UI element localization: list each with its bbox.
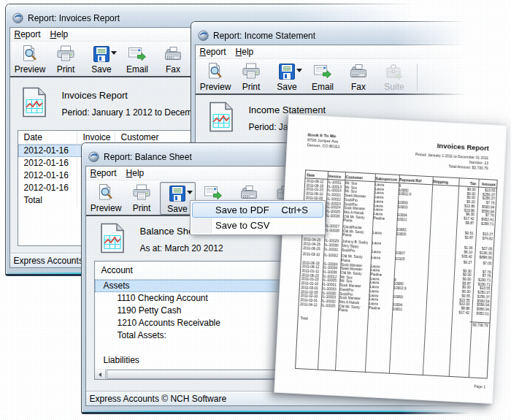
dropdown-arrow-icon[interactable] bbox=[187, 191, 193, 194]
toolbar-button-email[interactable]: Email bbox=[120, 43, 155, 76]
paper-column-header: Customer bbox=[345, 172, 374, 181]
menu-report[interactable]: Report bbox=[86, 167, 122, 180]
toolbar-button-email[interactable]: Email bbox=[305, 61, 341, 93]
window-title: Report: Invoices Report bbox=[28, 13, 120, 23]
paper-table-cell: 2011-04-12 bbox=[299, 302, 320, 312]
paper-column-header: Salesperson bbox=[374, 174, 399, 183]
printed-invoices-report: Book It To Me 8706 Juniper Ave Denver, C… bbox=[274, 114, 507, 404]
paper-column-header: Amount bbox=[477, 179, 496, 187]
toolbar-button-label: Save bbox=[277, 83, 296, 91]
column-header-date[interactable]: Date bbox=[18, 131, 77, 144]
paper-page-number: Page 1 bbox=[474, 384, 485, 389]
paper-table-cell bbox=[425, 309, 451, 318]
toolbar-button-preview[interactable]: Preview bbox=[88, 182, 124, 215]
app-icon bbox=[88, 151, 99, 162]
fax-icon bbox=[164, 45, 182, 64]
paper-table-cell: Old Mr. Sooty Pants bbox=[338, 305, 368, 314]
toolbar-button-label: Save bbox=[167, 205, 187, 213]
menu-help[interactable]: Help bbox=[122, 167, 150, 180]
save-icon bbox=[277, 62, 296, 81]
menubar-income: ReportHelp bbox=[196, 45, 476, 59]
toolbar-button-fax[interactable]: Fax bbox=[341, 61, 377, 93]
menu-item-save-to-pdf[interactable]: Save to PDFCtrl+S bbox=[192, 202, 323, 218]
paper-company-block: Book It To Me 8706 Juniper Ave Denver, C… bbox=[307, 132, 341, 149]
app-icon bbox=[12, 12, 23, 23]
menu-report[interactable]: Report bbox=[196, 45, 231, 59]
toolbar-button-label: Preview bbox=[200, 83, 231, 91]
toolbar-separator bbox=[417, 64, 418, 91]
window-title: Report: Income Statement bbox=[213, 31, 315, 41]
toolbar-button-print[interactable]: Print bbox=[48, 43, 84, 76]
toolbar-button-label: Preview bbox=[15, 65, 46, 74]
report-title: Income Statement bbox=[249, 104, 426, 115]
preview-icon bbox=[96, 183, 115, 202]
paper-column-header: Payment Ref bbox=[398, 175, 431, 184]
toolbar-button-save[interactable]: Save bbox=[84, 43, 120, 76]
paper-column-header: Shipping bbox=[431, 177, 458, 186]
paper-title: Invoices Report bbox=[437, 142, 489, 153]
paper-total-value: $3,730.79 bbox=[469, 321, 489, 327]
toolbar-button-print[interactable]: Print bbox=[234, 61, 269, 93]
table-cell: Total bbox=[18, 194, 77, 207]
preview-icon bbox=[20, 45, 39, 64]
paper-table-cell: IL-10025 bbox=[320, 303, 338, 313]
paper-column-header: Date bbox=[306, 170, 328, 179]
suite-icon bbox=[385, 62, 404, 81]
fax-icon bbox=[349, 62, 368, 81]
toolbar-button-preview[interactable]: Preview bbox=[12, 43, 48, 76]
scroll-left-button[interactable] bbox=[95, 370, 106, 379]
menu-help[interactable]: Help bbox=[231, 45, 259, 59]
menu-item-label: Save to PDF bbox=[215, 205, 269, 215]
report-chart-icon bbox=[100, 223, 125, 253]
email-icon bbox=[313, 62, 332, 81]
table-cell: 2012-01-16 bbox=[18, 145, 77, 157]
paper-table-body: 2011-06-12IL-10011Mr. SoxLaura9$0.00$13.… bbox=[299, 179, 496, 320]
toolbar-button-label: Email bbox=[312, 83, 334, 91]
menu-item-label: Save to CSV bbox=[215, 220, 269, 231]
toolbar-button-label: Preview bbox=[91, 204, 122, 213]
window-title: Report: Balance Sheet bbox=[104, 152, 192, 162]
toolbar-button-label: Save bbox=[91, 65, 111, 74]
paper-column-header: Tax bbox=[458, 178, 477, 186]
dropdown-arrow-icon[interactable] bbox=[111, 51, 117, 55]
titlebar-income[interactable]: Report: Income Statement bbox=[191, 22, 480, 45]
statusbar-text: Express Accounts © NCH Software bbox=[90, 394, 227, 404]
paper-table-cell: 10001 bbox=[391, 307, 425, 317]
print-icon bbox=[56, 45, 75, 64]
toolbar-button-suite[interactable]: Suite bbox=[377, 61, 412, 93]
toolbar-button-label: Print bbox=[242, 83, 261, 91]
email-icon bbox=[128, 45, 147, 64]
paper-table-cell: $17.42 bbox=[450, 310, 470, 320]
save-dropdown-menu: Save to PDFCtrl+SSave to CSV bbox=[190, 200, 326, 235]
toolbar-button-label: Suite bbox=[384, 83, 404, 91]
toolbar-button-label: Email bbox=[126, 65, 148, 74]
preview-icon bbox=[206, 62, 225, 81]
table-cell: 2012-01-16 bbox=[18, 169, 77, 182]
app-icon bbox=[198, 30, 209, 41]
toolbar-button-preview[interactable]: Preview bbox=[198, 61, 234, 93]
toolbar-income: PreviewPrintSaveEmailFaxSuite bbox=[196, 59, 476, 95]
dropdown-arrow-icon[interactable] bbox=[296, 69, 302, 72]
toolbar-button-label: Print bbox=[57, 65, 75, 74]
menu-item-save-to-csv[interactable]: Save to CSV bbox=[192, 218, 323, 233]
desktop: Report: Invoices Report ReportHelp Previ… bbox=[0, 0, 511, 420]
save-icon bbox=[92, 45, 111, 64]
report-chart-icon bbox=[209, 102, 234, 132]
toolbar-button-label: Print bbox=[133, 204, 151, 213]
menu-report[interactable]: Report bbox=[10, 28, 46, 42]
paper-table-cell: $952.01 bbox=[470, 311, 490, 321]
paper-column-header: Invoice bbox=[327, 172, 345, 180]
report-chart-icon bbox=[22, 87, 47, 118]
toolbar-button-save[interactable]: Save bbox=[269, 61, 305, 93]
menu-help[interactable]: Help bbox=[46, 28, 74, 42]
scroll-left-arrow-icon bbox=[99, 373, 101, 377]
save-icon bbox=[168, 184, 187, 203]
table-cell: 2012-01-16 bbox=[18, 157, 77, 169]
toolbar-button-fax[interactable]: Fax bbox=[155, 43, 191, 76]
paper-total-label: Total bbox=[300, 316, 307, 321]
menu-item-shortcut: Ctrl+S bbox=[282, 205, 316, 215]
paper-table-cell: Pauline bbox=[367, 306, 391, 316]
toolbar-button-print[interactable]: Print bbox=[124, 182, 160, 215]
report-subtitle: As at: March 20 2012 bbox=[140, 243, 223, 253]
paper-company-address2: Denver, CO 80111 bbox=[307, 142, 340, 149]
